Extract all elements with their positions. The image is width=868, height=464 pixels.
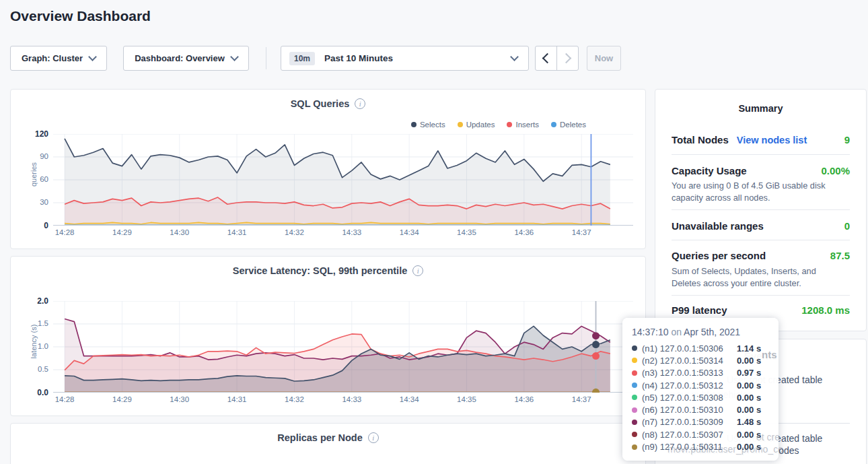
x-axis-tick: 14:33 (336, 395, 368, 403)
divider (672, 209, 850, 210)
tooltip-row: (n2) 127.0.0.1:503140.00 s (632, 354, 770, 366)
service-latency-chart-card: Service Latency: SQL, 99th percentile i … (10, 256, 646, 416)
summary-row-capacity: Capacity Usage 0.00% (672, 165, 850, 176)
legend-color-dot (507, 122, 512, 127)
x-axis-tick: 14:34 (393, 228, 425, 236)
x-axis-tick: 14:28 (48, 395, 81, 403)
info-icon[interactable]: i (355, 98, 365, 109)
tooltip-on-word: on (671, 327, 682, 337)
graph-dropdown[interactable]: Graph: Cluster (10, 46, 107, 71)
qps-label: Queries per second (672, 250, 766, 261)
time-range-badge: 10m (289, 52, 315, 65)
x-axis-tick: 14:36 (508, 395, 540, 403)
sql-queries-chart-card: SQL Queries i SelectsUpdatesInsertsDelet… (10, 89, 646, 249)
tooltip-node-label: (n2) 127.0.0.1:50314 (642, 356, 737, 366)
tooltip-row: (n7) 127.0.0.1:503091.48 s (632, 416, 770, 428)
view-nodes-list-link[interactable]: View nodes list (737, 135, 807, 145)
highlight-dot (592, 352, 600, 360)
legend-label: Selects (420, 121, 445, 129)
chart-hover-tooltip: 14:37:10 on Apr 5th, 2021 (n1) 127.0.0.1… (622, 318, 779, 461)
chart-plot-area[interactable] (53, 134, 633, 226)
tooltip-node-label: (n8) 127.0.0.1:50307 (642, 430, 737, 440)
x-axis-tick: 14:33 (336, 228, 368, 236)
chart-title: Replicas per Node (277, 432, 363, 443)
tooltip-node-label: (n3) 127.0.0.1:50313 (642, 368, 737, 378)
time-step-group (535, 46, 579, 71)
x-axis-tick: 14:35 (450, 395, 482, 403)
prev-interval-button[interactable] (536, 46, 557, 70)
info-icon[interactable]: i (368, 432, 379, 443)
node-color-dot (632, 432, 637, 437)
x-axis-tick: 14:32 (278, 395, 310, 403)
y-axis-tick: 120 (11, 129, 48, 139)
chart-plot-area[interactable] (53, 301, 633, 393)
tooltip-node-label: (n4) 127.0.0.1:50312 (642, 380, 737, 391)
chart-title: Service Latency: SQL, 99th percentile (233, 265, 408, 276)
chevron-left-icon (542, 53, 553, 64)
chart-legend: SelectsUpdatesInsertsDeletes (411, 121, 586, 129)
x-axis-tick: 14:37 (565, 228, 598, 236)
dashboard-dropdown[interactable]: Dashboard: Overview (123, 46, 249, 71)
legend-item-inserts[interactable]: Inserts (507, 121, 539, 129)
chevron-down-icon (510, 53, 519, 61)
x-axis-tick: 14:35 (450, 228, 482, 236)
tooltip-row: (n5) 127.0.0.1:503080.00 s (632, 391, 770, 403)
tooltip-node-label: (n1) 127.0.0.1:50306 (642, 343, 737, 354)
legend-label: Inserts (515, 121, 539, 129)
tooltip-node-value: 1.14 s (737, 343, 761, 354)
divider (672, 240, 850, 240)
y-axis-tick: 0 (11, 221, 48, 230)
tooltip-row: (n1) 127.0.0.1:503061.14 s (632, 342, 770, 354)
tooltip-node-value: 0.00 s (737, 405, 761, 415)
x-axis-tick: 14:34 (393, 395, 425, 403)
unavailable-ranges-value: 0 (844, 220, 850, 232)
x-axis-tick: 14:31 (221, 395, 253, 403)
legend-item-updates[interactable]: Updates (458, 121, 495, 129)
tooltip-node-value: 0.00 s (737, 393, 761, 403)
tooltip-row: (n6) 127.0.0.1:503100.00 s (632, 403, 770, 416)
tooltip-node-label: (n7) 127.0.0.1:50309 (642, 417, 737, 427)
tooltip-row: (n3) 127.0.0.1:503130.97 s (632, 367, 770, 379)
now-button[interactable]: Now (587, 46, 621, 71)
next-interval-button[interactable] (557, 46, 578, 70)
replicas-per-node-chart-card: Replicas per Node i (10, 423, 646, 464)
p99-latency-label: P99 latency (672, 304, 727, 316)
x-axis-tick: 14:32 (278, 228, 310, 236)
node-color-dot (632, 345, 637, 351)
total-nodes-value: 9 (844, 134, 850, 145)
summary-panel: Summary Total Nodes View nodes list 9 Ca… (655, 89, 867, 331)
x-axis-tick: 14:30 (164, 395, 196, 403)
legend-item-selects[interactable]: Selects (411, 121, 445, 129)
ghost-text-events-header: nts (762, 349, 777, 360)
highlight-dot (592, 341, 600, 348)
x-axis-tick: 14:30 (164, 228, 196, 236)
page-title: Overview Dashboard (10, 8, 151, 24)
divider (672, 154, 850, 155)
x-axis-tick: 14:31 (221, 228, 253, 236)
y-axis-tick: 0.0 (11, 388, 48, 397)
time-range-dropdown[interactable]: 10m Past 10 Minutes (281, 46, 529, 71)
x-axis-tick: 14:29 (106, 395, 138, 403)
legend-label: Updates (466, 121, 495, 129)
chevron-down-icon (230, 53, 239, 61)
x-axis-tick: 14:28 (48, 228, 81, 236)
legend-color-dot (411, 122, 417, 127)
node-color-dot (632, 383, 637, 388)
chevron-down-icon (88, 53, 97, 61)
tooltip-node-label: (n5) 127.0.0.1:50308 (642, 393, 737, 403)
x-axis-tick: 14:37 (565, 395, 598, 403)
capacity-usage-desc: You are using 0 B of 4.5 GiB usable disk… (672, 180, 846, 203)
tooltip-date: Apr 5th, 2021 (684, 327, 740, 337)
info-icon[interactable]: i (412, 265, 423, 276)
qps-value: 87.5 (830, 250, 850, 261)
ghost-text-event-line: movr.public.user_promo_co (667, 444, 783, 455)
node-color-dot (632, 395, 637, 400)
p99-latency-value: 1208.0 ms (801, 304, 850, 316)
tooltip-row: (n4) 127.0.0.1:503120.00 s (632, 379, 770, 391)
legend-color-dot (551, 122, 556, 127)
time-range-label: Past 10 Minutes (324, 53, 393, 63)
tooltip-node-value: 0.97 s (737, 368, 761, 378)
legend-item-deletes[interactable]: Deletes (551, 121, 586, 129)
summary-row-total-nodes: Total Nodes View nodes list 9 (672, 134, 850, 145)
node-color-dot (632, 420, 637, 425)
